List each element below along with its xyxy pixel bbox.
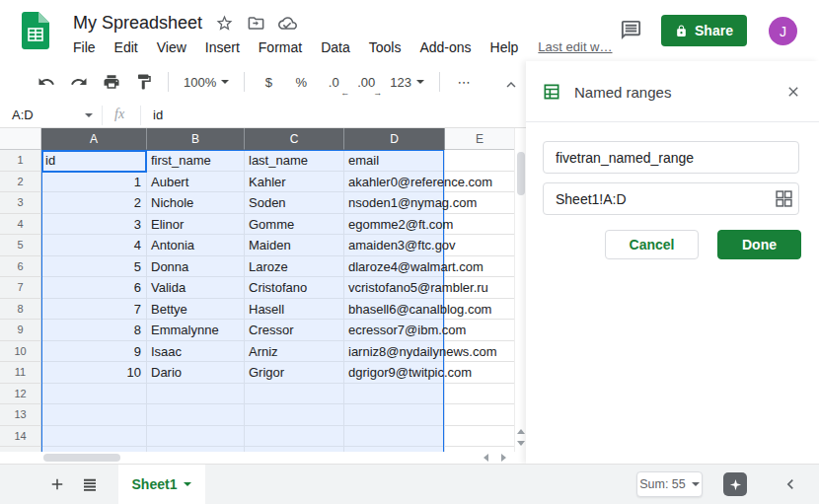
cell-C7[interactable]: Cristofano [245, 277, 344, 299]
undo-icon[interactable] [37, 70, 55, 94]
cell-B8[interactable]: Bettye [147, 299, 245, 321]
row-header-7[interactable]: 7 [0, 277, 41, 299]
menu-help[interactable]: Help [488, 38, 521, 56]
cancel-button[interactable]: Cancel [605, 230, 699, 259]
cell-A5[interactable]: 4 [41, 235, 147, 256]
cell-E14[interactable] [445, 426, 515, 448]
cell-A8[interactable]: 7 [41, 299, 147, 321]
menu-file[interactable]: File [71, 38, 98, 56]
cell-A4[interactable]: 3 [41, 214, 147, 236]
select-all-corner[interactable] [0, 128, 41, 150]
cell-E13[interactable] [445, 404, 515, 426]
cell-D9[interactable]: ecressor7@ibm.com [344, 320, 445, 341]
cell-B9[interactable]: Emmalynne [147, 320, 245, 341]
cell-C12[interactable] [245, 384, 344, 405]
cell-A14[interactable] [41, 426, 147, 448]
range-name-input[interactable] [543, 141, 799, 174]
number-format-menu[interactable]: 123 [390, 70, 424, 94]
cell-A9[interactable]: 8 [41, 320, 147, 341]
cell-E12[interactable] [445, 384, 515, 405]
cell-D5[interactable]: amaiden3@ftc.gov [344, 235, 445, 256]
cell-C3[interactable]: Soden [245, 192, 344, 214]
column-header-A[interactable]: A [41, 128, 147, 150]
cell-C5[interactable]: Maiden [245, 235, 344, 256]
row-header-14[interactable]: 14 [0, 426, 41, 448]
cell-A11[interactable]: 10 [41, 362, 147, 384]
cell-B4[interactable]: Elinor [147, 214, 245, 236]
increase-decimal-button[interactable]: .00 → [357, 70, 375, 94]
row-header-13[interactable]: 13 [0, 404, 41, 426]
cell-A10[interactable]: 9 [41, 341, 147, 363]
column-header-E[interactable]: E [445, 128, 515, 150]
menu-data[interactable]: Data [319, 38, 352, 56]
row-header-9[interactable]: 9 [0, 320, 41, 341]
row-header-8[interactable]: 8 [0, 299, 41, 321]
row-header-3[interactable]: 3 [0, 192, 41, 214]
document-title[interactable]: My Spreadsheet [73, 13, 202, 34]
cell-D8[interactable]: bhasell6@canalblog.com [344, 299, 445, 321]
add-sheet-icon[interactable] [47, 474, 67, 494]
close-icon[interactable] [785, 84, 801, 100]
cell-D2[interactable]: akahler0@reference.com [344, 172, 445, 193]
row-header-2[interactable]: 2 [0, 172, 41, 193]
explore-button[interactable] [723, 472, 747, 496]
share-button[interactable]: Share [661, 15, 747, 46]
cell-C6[interactable]: Laroze [245, 256, 344, 278]
cell-E4[interactable] [445, 214, 515, 236]
row-header-4[interactable]: 4 [0, 214, 41, 236]
cell-D7[interactable]: vcristofano5@rambler.ru [344, 277, 445, 299]
menu-view[interactable]: View [155, 38, 188, 56]
decrease-decimal-button[interactable]: .0 ← [325, 70, 342, 94]
last-edit-link[interactable]: Last edit w… [538, 39, 612, 54]
cell-D14[interactable] [344, 426, 445, 448]
sum-indicator[interactable]: Sum: 55 [636, 471, 703, 497]
range-reference-input[interactable] [543, 182, 799, 215]
cell-B6[interactable]: Donna [147, 256, 245, 278]
zoom-select[interactable]: 100% [184, 70, 229, 94]
row-header-12[interactable]: 12 [0, 384, 41, 405]
menu-tools[interactable]: Tools [367, 38, 404, 56]
menu-edit[interactable]: Edit [112, 38, 140, 56]
cell-D11[interactable]: dgrigor9@twitpic.com [344, 362, 445, 384]
hide-menus-icon[interactable] [502, 73, 520, 97]
cell-A12[interactable] [41, 384, 147, 405]
cell-C9[interactable]: Cressor [245, 320, 344, 341]
cell-C10[interactable]: Arniz [245, 341, 344, 363]
all-sheets-icon[interactable] [80, 474, 100, 494]
menu-format[interactable]: Format [257, 38, 304, 56]
star-icon[interactable] [215, 14, 234, 33]
vertical-scrollbar[interactable] [514, 128, 526, 452]
cell-B10[interactable]: Isaac [147, 341, 245, 363]
cell-D3[interactable]: nsoden1@nymag.com [344, 192, 445, 214]
cell-D6[interactable]: dlaroze4@walmart.com [344, 256, 445, 278]
format-percent-button[interactable]: % [292, 70, 310, 94]
cell-A3[interactable]: 2 [41, 192, 147, 214]
cell-B14[interactable] [147, 426, 245, 448]
horizontal-scrollbar-thumb[interactable] [43, 454, 120, 462]
cell-B7[interactable]: Valida [147, 277, 245, 299]
done-button[interactable]: Done [717, 230, 801, 259]
paint-format-icon[interactable] [135, 70, 153, 94]
cell-C14[interactable] [245, 426, 344, 448]
cell-D12[interactable] [344, 384, 445, 405]
cell-B13[interactable] [147, 404, 245, 426]
cell-D1[interactable]: email [344, 150, 445, 172]
chevron-left-icon[interactable] [781, 474, 800, 494]
cell-A13[interactable] [41, 404, 147, 426]
cell-E1[interactable] [445, 150, 515, 172]
avatar[interactable]: J [769, 17, 797, 45]
row-header-11[interactable]: 11 [0, 362, 41, 384]
scroll-left-icon[interactable] [484, 454, 488, 462]
cell-C2[interactable]: Kahler [245, 172, 344, 193]
row-header-1[interactable]: 1 [0, 150, 41, 172]
row-header-10[interactable]: 10 [0, 341, 41, 363]
format-currency-button[interactable]: $ [260, 70, 277, 94]
column-header-C[interactable]: C [245, 128, 344, 150]
select-data-range-icon[interactable] [776, 190, 792, 207]
sheets-logo-icon[interactable] [22, 12, 49, 49]
scroll-right-icon[interactable] [501, 454, 506, 462]
cell-B2[interactable]: Aubert [147, 172, 245, 193]
scroll-down-icon[interactable] [517, 441, 525, 446]
cell-D4[interactable]: egomme2@ft.com [344, 214, 445, 236]
comments-icon[interactable] [620, 19, 642, 41]
